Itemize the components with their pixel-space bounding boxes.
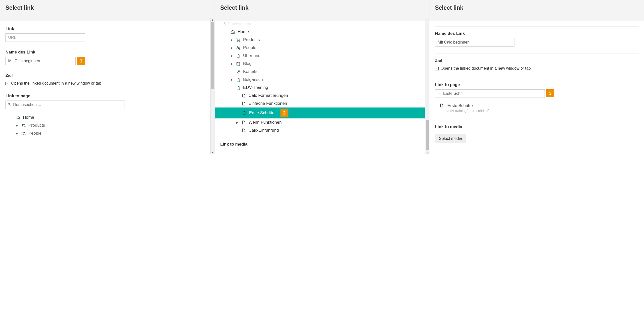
link-to-page-label: Link to page: [435, 82, 638, 87]
tree-item-kontakt[interactable]: Kontakt: [220, 68, 420, 76]
caret-icon[interactable]: ▶: [231, 46, 233, 50]
tree-item-label: Erste Schritte: [249, 111, 274, 115]
result-path: /edv-training/erste-schritte/: [447, 109, 488, 113]
tree-item-people[interactable]: ▶ People: [6, 129, 205, 137]
select-media-button[interactable]: Select media: [435, 134, 466, 143]
cart-icon: [236, 38, 241, 42]
tree-item-label: Products: [28, 123, 45, 128]
panel-title: Select link: [215, 0, 430, 21]
annotation-badge-2: 2: [280, 109, 288, 117]
search-result[interactable]: Erste Schritte /edv-training/erste-schri…: [435, 103, 638, 113]
annotation-badge-1: 1: [77, 57, 85, 65]
back-arrow-icon[interactable]: ←: [438, 92, 441, 96]
name-des-link-label: Name des Link: [435, 31, 638, 36]
tree-item-label: Einfache Funktionen: [249, 101, 287, 106]
tree-item-label: EDV-Training: [243, 85, 268, 90]
tree-item-label: Home: [238, 29, 249, 34]
cart-icon: [21, 123, 26, 128]
tree-item-label: Über uns: [243, 53, 260, 58]
panel-1: Select link Link Name des Link 1 Ziel Op…: [0, 0, 215, 154]
tree-item-products[interactable]: ▶ Products: [220, 36, 420, 44]
page-search-value: Erste Schr: [443, 91, 462, 96]
tree-item-bulgarisch[interactable]: ▶ Bulgarisch: [220, 76, 420, 84]
link-name-input[interactable]: [435, 38, 514, 47]
people-icon: [21, 131, 26, 136]
caret-icon[interactable]: ▶: [16, 124, 18, 127]
page-tree: Home ▶ Products ▶ People ▶ Über uns: [220, 28, 420, 134]
tree-item-calc-einfuhrung[interactable]: Calc-Einführung: [220, 126, 420, 134]
document-icon: [439, 103, 444, 109]
link-to-media-label: Link to media: [220, 142, 420, 147]
tree-item-blog[interactable]: ▶ Blog: [220, 60, 420, 68]
tree-item-home[interactable]: Home: [6, 113, 205, 121]
document-icon: [242, 111, 247, 115]
tree-item-label: Blog: [243, 61, 252, 66]
result-title: Erste Schritte: [447, 103, 488, 108]
ziel-label: Ziel: [435, 58, 638, 63]
pin-icon: [236, 69, 241, 74]
document-icon: [236, 77, 241, 82]
caret-icon[interactable]: ▶: [231, 38, 233, 42]
home-icon: [230, 30, 235, 34]
caret-icon[interactable]: ▶: [231, 62, 233, 66]
search-icon: [8, 103, 11, 107]
annotation-badge-3: 3: [546, 89, 554, 97]
scrollbar[interactable]: ▴ ▾: [210, 18, 214, 154]
scrollbar[interactable]: [425, 18, 429, 154]
caret-icon[interactable]: ▶: [16, 132, 18, 135]
caret-icon[interactable]: ▶: [231, 54, 233, 58]
tree-item-label: Calc-Einführung: [249, 128, 279, 133]
url-input[interactable]: [6, 33, 85, 42]
caret-icon[interactable]: ▶: [236, 121, 239, 124]
document-icon: [241, 101, 246, 106]
calendar-icon: [236, 62, 241, 66]
tree-item-people[interactable]: ▶ People: [220, 44, 420, 52]
tree-item-products[interactable]: ▶ Products: [6, 121, 205, 129]
name-des-link-label: Name des Link: [6, 50, 205, 55]
document-icon: [236, 85, 241, 90]
tree-item-home[interactable]: Home: [220, 28, 420, 36]
scroll-down-icon[interactable]: ▾: [210, 150, 214, 154]
panel-3: Select link Name des Link Ziel Opens the…: [430, 0, 644, 154]
document-icon: [236, 54, 241, 58]
page-tree: Home ▶ Products ▶ People: [6, 113, 205, 137]
open-new-tab-label: Opens the linked document in a new windo…: [11, 81, 101, 86]
tree-item-label: Bulgarisch: [243, 77, 263, 82]
panel-2: Select link Durchsuchen ... Home ▶ Produ…: [215, 0, 430, 154]
scrollbar-thumb[interactable]: [211, 22, 214, 89]
tree-item-erste-schritte[interactable]: Erste Schritte 2: [215, 108, 425, 118]
scroll-up-icon[interactable]: ▴: [210, 18, 214, 22]
ziel-label: Ziel: [6, 73, 205, 78]
tree-item-calc-formatierungen[interactable]: Calc Formatierungen: [220, 92, 420, 100]
tree-item-edv-training[interactable]: EDV-Training: [220, 84, 420, 92]
document-icon: [241, 128, 246, 133]
tree-item-label: Home: [23, 115, 34, 120]
tree-item-label: People: [243, 45, 256, 50]
tree-item-einfache-funktionen[interactable]: Einfache Funktionen: [220, 100, 420, 108]
tree-item-label: Calc Formatierungen: [249, 93, 288, 98]
link-to-page-label: Link to page: [6, 94, 205, 99]
page-search-input[interactable]: [6, 101, 125, 109]
panel-title: Select link: [430, 0, 644, 21]
tree-item-label: Wenn Funktionen: [249, 120, 282, 125]
tree-item-label: Products: [243, 37, 260, 42]
open-new-tab-checkbox[interactable]: [435, 67, 438, 70]
tree-item-label: Kontakt: [243, 69, 258, 74]
document-icon: [241, 93, 246, 98]
search-icon: [222, 22, 226, 25]
link-to-media-label: Link to media: [435, 124, 638, 129]
people-icon: [236, 46, 241, 50]
scrollbar-thumb[interactable]: [426, 120, 429, 150]
link-name-input[interactable]: [6, 57, 76, 65]
tree-item-wenn-funktionen[interactable]: ▶ Wenn Funktionen: [220, 118, 420, 126]
home-icon: [16, 115, 20, 120]
tree-item-label: People: [28, 131, 42, 136]
caret-icon[interactable]: ▶: [231, 78, 233, 81]
tree-item-uber-uns[interactable]: ▶ Über uns: [220, 52, 420, 60]
open-new-tab-label: Opens the linked document in a new windo…: [440, 66, 530, 71]
link-label: Link: [6, 26, 205, 31]
page-search-input[interactable]: ← Erste Schr: [435, 89, 545, 98]
open-new-tab-checkbox[interactable]: [6, 82, 9, 85]
panel-title: Select link: [0, 0, 214, 21]
resize-handle-icon[interactable]: [426, 151, 429, 154]
